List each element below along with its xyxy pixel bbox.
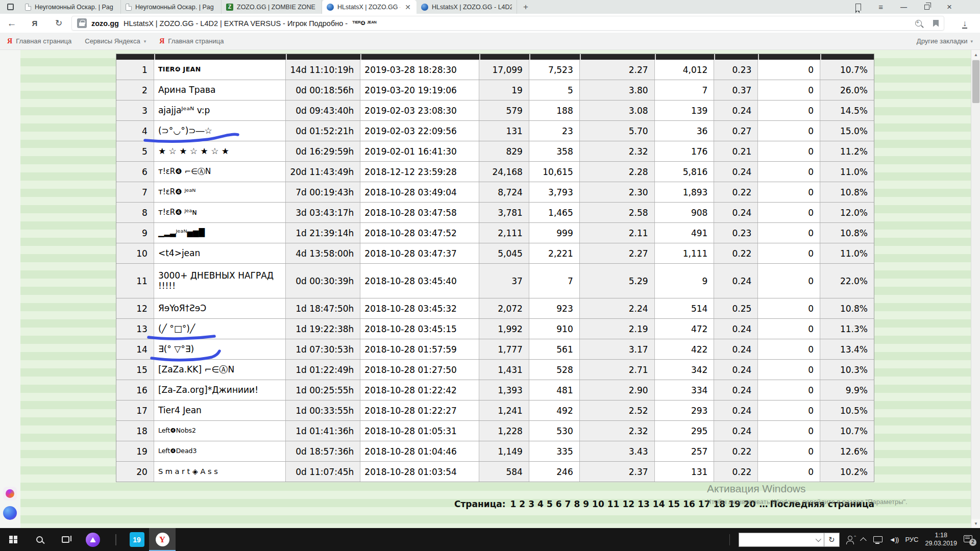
- page-scrollbar[interactable]: ▲ ▼: [971, 50, 980, 528]
- cell-player-name[interactable]: ∃(° ▽°∃): [154, 339, 286, 359]
- bookmark-flag-icon[interactable]: [855, 4, 861, 11]
- cell-player-name[interactable]: ★ ☆ ★ ☆ ★ ☆ ★: [154, 141, 286, 161]
- restore-icon[interactable]: [924, 5, 929, 10]
- header-cell[interactable]: [286, 54, 361, 60]
- taskbar-search-icon[interactable]: [27, 528, 52, 551]
- pagination-page-link[interactable]: 11: [607, 499, 620, 509]
- cell-player-name[interactable]: ЯɘYoЯ†ƧɘƆ: [154, 298, 286, 318]
- tray-refresh-button[interactable]: ↻: [824, 533, 840, 547]
- bookmark-icon[interactable]: [933, 20, 939, 27]
- downloads-button[interactable]: ↓: [949, 19, 980, 28]
- cell-player-name[interactable]: Арина Трава: [154, 80, 286, 100]
- pagination-page-link[interactable]: 6: [556, 499, 562, 509]
- cell-player-name[interactable]: (⊃°◡°)⊃―☆: [154, 121, 286, 141]
- bookmark-item[interactable]: ЯГлавная страница: [7, 37, 71, 45]
- tab-panel-button[interactable]: [0, 0, 20, 14]
- sidebar-widget-icon[interactable]: [3, 487, 17, 500]
- taskbar-clock[interactable]: 1:18 29.03.2019: [925, 532, 957, 547]
- header-cell[interactable]: [758, 54, 820, 60]
- pagination-current-page[interactable]: 1: [510, 499, 517, 509]
- language-indicator[interactable]: РУС: [905, 536, 918, 543]
- back-button[interactable]: ←: [0, 18, 23, 29]
- cell-player-name[interactable]: Tier4 Jean: [154, 400, 286, 420]
- bookmark-item[interactable]: ЯГлавная страница: [159, 37, 224, 45]
- tray-search-box[interactable]: ↻: [739, 533, 840, 547]
- cell-player-name[interactable]: ajajjaᴶᵉᵃᴺ v:p: [154, 101, 286, 120]
- task-view-icon[interactable]: [52, 528, 79, 551]
- header-cell[interactable]: [360, 54, 479, 60]
- refresh-button[interactable]: ↻: [46, 18, 71, 29]
- volume-icon[interactable]: ◄)): [889, 536, 899, 543]
- cell-player-name[interactable]: Left❹Dead3: [154, 441, 286, 461]
- browser-tab[interactable]: Неугомонный Оскар. | Pag: [121, 0, 222, 14]
- scroll-down-icon[interactable]: ▼: [971, 519, 980, 528]
- browser-tab[interactable]: HLstatsX | ZOZO.GG - L4✕: [322, 0, 416, 14]
- cell-player-name[interactable]: Left❹Nobs2: [154, 421, 286, 441]
- header-cell[interactable]: [820, 54, 874, 60]
- minimize-icon[interactable]: —: [900, 3, 907, 11]
- close-icon[interactable]: ×: [947, 2, 952, 12]
- cell-player-name[interactable]: [ZaZa.KK] ⌐∈ⒶN: [154, 360, 286, 380]
- pagination-page-link[interactable]: 4: [537, 499, 544, 509]
- address-bar[interactable]: zozo.gg HLstatsX | ZOZO.GG - L4D2 | EXTR…: [71, 16, 944, 31]
- cell-player-name[interactable]: <t4>jean: [154, 243, 286, 263]
- pagination-page-link[interactable]: 9: [583, 499, 589, 509]
- cell-rank: 8: [116, 203, 154, 222]
- pagination-page-link[interactable]: 3: [528, 499, 534, 509]
- browser-tab[interactable]: HLstatsX | ZOZO.GG - L4D2: [416, 0, 517, 14]
- browser-tab[interactable]: ZZOZO.GG | ZOMBIE ZONE :: [222, 0, 322, 14]
- yandex-home-button[interactable]: Я: [23, 19, 46, 28]
- cell-player-name[interactable]: TIER❹ JEAN: [154, 60, 286, 80]
- cell-rank: 18: [116, 421, 154, 441]
- menu-icon[interactable]: ≡: [878, 3, 883, 11]
- pagination-page-link[interactable]: 14: [653, 499, 665, 509]
- header-cell[interactable]: [529, 54, 580, 60]
- tray-combobox[interactable]: [739, 533, 824, 547]
- header-cell[interactable]: [479, 54, 529, 60]
- lock-icon[interactable]: [77, 18, 87, 28]
- other-bookmarks-button[interactable]: Другие закладки ▾: [917, 37, 973, 45]
- scroll-up-icon[interactable]: ▲: [971, 50, 980, 59]
- network-icon[interactable]: [873, 536, 883, 543]
- cell-player-name[interactable]: 3000+ ДНЕВНЫХ НАГРАД !!!!!: [154, 264, 286, 298]
- alice-widget-icon[interactable]: [3, 506, 17, 520]
- header-cell[interactable]: [580, 54, 655, 60]
- cell-player-name[interactable]: ▁▂▃ᴶᵉᵃᴺ▅▆█: [154, 223, 286, 243]
- cell-player-name[interactable]: [Za-Za.org]*Джиниии!: [154, 380, 286, 400]
- bookmark-item[interactable]: Сервисы Яндекса▾: [85, 37, 146, 45]
- cell-accuracy: 14.5%: [820, 101, 874, 120]
- header-cell[interactable]: [655, 54, 715, 60]
- pagination-page-link[interactable]: 10: [592, 499, 604, 509]
- scrollbar-thumb[interactable]: [972, 60, 979, 103]
- alice-icon[interactable]: [79, 528, 107, 551]
- yandex-favicon: Я: [7, 37, 12, 45]
- new-tab-button[interactable]: +: [517, 0, 534, 14]
- zoom-icon[interactable]: [915, 20, 922, 27]
- pagination-page-link[interactable]: 16: [683, 499, 695, 509]
- pagination-page-link[interactable]: 8: [574, 499, 580, 509]
- header-cell[interactable]: [116, 54, 154, 60]
- pagination-page-link[interactable]: 5: [547, 499, 553, 509]
- pagination-page-link[interactable]: 7: [565, 499, 571, 509]
- cell-player-name[interactable]: т!εR❹ ᴶᵉᵃᴺ: [154, 182, 286, 202]
- pagination-page-link[interactable]: 2: [519, 499, 525, 509]
- cell-player-name[interactable]: S m a r t ◈ A s s: [154, 462, 286, 482]
- pagination-page-link[interactable]: 15: [668, 499, 680, 509]
- table-body: 1TIER❹ JEAN14d 11:10:19h2019-03-28 18:28…: [116, 60, 874, 482]
- app-19-icon[interactable]: 19: [125, 528, 149, 551]
- header-cell[interactable]: [714, 54, 758, 60]
- start-button[interactable]: [0, 528, 27, 551]
- browser-tab[interactable]: Неугомонный Оскар. | Pag: [20, 0, 121, 14]
- cell-player-name[interactable]: т!εR❹ ⌐∈ⒶN: [154, 162, 286, 182]
- cell-player-name[interactable]: (╱ °□°)╱: [154, 319, 286, 339]
- tray-expand-icon[interactable]: [860, 537, 867, 544]
- tab-close-icon[interactable]: ✕: [404, 3, 412, 11]
- pagination-page-link[interactable]: 12: [622, 499, 634, 509]
- pagination-page-link[interactable]: 13: [638, 499, 650, 509]
- cell-player-name[interactable]: т!εR❹ ᴶᵉᵃɴ: [154, 203, 286, 222]
- yandex-browser-icon[interactable]: Y: [149, 528, 176, 551]
- notifications-icon[interactable]: 2: [964, 535, 975, 545]
- header-cell[interactable]: [154, 54, 286, 60]
- people-icon[interactable]: ᵔ: [846, 536, 855, 544]
- cell-kills: 1,992: [479, 319, 529, 339]
